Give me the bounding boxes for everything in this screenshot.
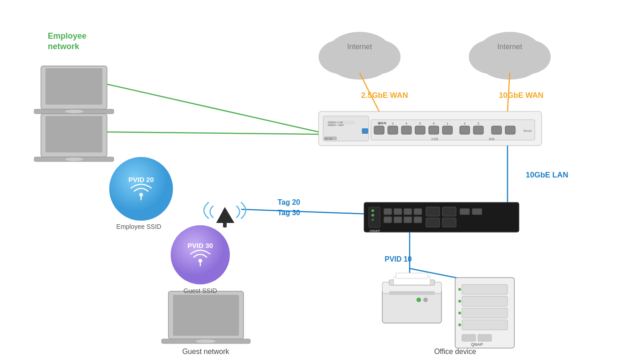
svg-rect-40 — [369, 207, 380, 228]
svg-rect-67 — [46, 116, 102, 152]
wan2-label: 10GbE WAN — [499, 91, 543, 100]
svg-rect-75 — [389, 291, 435, 295]
guest-ssid-label: Guest SSID — [183, 287, 217, 294]
employee-network-label: Employee — [48, 31, 86, 40]
svg-rect-16 — [374, 126, 384, 134]
svg-point-84 — [458, 288, 461, 291]
svg-point-43 — [371, 218, 374, 221]
svg-rect-21 — [442, 126, 452, 134]
employee-network-label2: network — [48, 42, 80, 51]
cloud-internet-2 — [469, 32, 551, 80]
svg-rect-39 — [362, 128, 368, 134]
svg-text:2: 2 — [464, 122, 466, 125]
svg-rect-82 — [462, 308, 507, 318]
lan-label: 10GbE LAN — [526, 171, 568, 179]
svg-text:6: 6 — [433, 122, 435, 125]
svg-rect-48 — [384, 217, 392, 223]
svg-rect-24 — [492, 126, 502, 134]
office-device-label: Office device — [434, 348, 476, 355]
employee-ssid-label: Employee SSID — [117, 223, 162, 230]
svg-rect-49 — [394, 217, 402, 223]
svg-text:DC IN: DC IN — [325, 137, 332, 140]
svg-rect-19 — [415, 126, 425, 134]
svg-rect-45 — [394, 208, 402, 215]
svg-rect-70 — [173, 295, 239, 336]
svg-point-78 — [416, 298, 421, 302]
svg-text:5: 5 — [419, 122, 421, 125]
svg-text:2.5G: 2.5G — [431, 137, 438, 141]
internet1-label: Internet — [347, 43, 372, 51]
svg-rect-46 — [404, 208, 412, 215]
svg-rect-17 — [388, 126, 398, 134]
svg-rect-50 — [404, 217, 412, 223]
pvid10-label: PVID 10 — [385, 255, 412, 263]
pvid30-text: PVID 30 — [188, 242, 213, 249]
svg-point-60 — [139, 193, 143, 197]
svg-rect-81 — [462, 296, 507, 306]
svg-text:2: 2 — [392, 122, 394, 125]
svg-text:3: 3 — [477, 122, 479, 125]
svg-text:1: 1 — [446, 122, 448, 125]
line-ap-switch — [241, 209, 364, 214]
svg-point-62 — [198, 259, 202, 263]
svg-rect-20 — [429, 126, 439, 134]
svg-rect-4 — [339, 61, 380, 73]
svg-rect-53 — [426, 218, 440, 227]
line-employee2-router — [107, 132, 319, 134]
svg-rect-54 — [442, 207, 456, 216]
cloud-internet-1 — [319, 32, 401, 80]
svg-rect-80 — [462, 284, 507, 294]
svg-rect-83 — [462, 320, 507, 330]
ap-body — [216, 207, 234, 223]
svg-text:10G: 10G — [488, 137, 494, 141]
svg-text:QNAP: QNAP — [370, 229, 381, 233]
svg-rect-25 — [505, 126, 515, 134]
svg-rect-18 — [401, 126, 411, 134]
svg-rect-56 — [460, 208, 470, 215]
guest-network-label: Guest network — [182, 348, 229, 355]
tag30-label: Tag 30 — [278, 209, 300, 217]
svg-rect-57 — [472, 208, 482, 215]
svg-rect-9 — [489, 61, 530, 73]
svg-rect-47 — [414, 208, 422, 215]
svg-point-41 — [371, 209, 374, 212]
svg-point-79 — [423, 298, 428, 302]
svg-text:Reset: Reset — [523, 129, 532, 132]
svg-point-87 — [458, 324, 461, 326]
network-diagram: GREEN = LAN AMBER = WAN WAN 1 2 4 5 6 1 … — [0, 0, 619, 364]
svg-rect-44 — [384, 208, 392, 215]
internet2-label: Internet — [497, 43, 523, 51]
svg-rect-77 — [396, 273, 428, 278]
svg-point-69 — [65, 157, 83, 161]
svg-text:4: 4 — [406, 122, 407, 125]
svg-text:1: 1 — [378, 122, 380, 125]
svg-point-66 — [65, 110, 83, 113]
wan1-label: 2.5GbE WAN — [361, 91, 408, 100]
svg-text:QNAP: QNAP — [471, 342, 483, 347]
svg-rect-89 — [478, 334, 492, 341]
svg-point-86 — [458, 312, 461, 314]
svg-point-72 — [196, 339, 216, 343]
pvid20-text: PVID 20 — [128, 176, 154, 183]
svg-point-85 — [458, 300, 461, 303]
svg-rect-64 — [46, 68, 102, 105]
svg-rect-23 — [473, 126, 483, 134]
svg-rect-52 — [426, 207, 440, 216]
tag20-label: Tag 20 — [278, 198, 300, 206]
svg-point-42 — [371, 214, 374, 217]
diagram-svg: GREEN = LAN AMBER = WAN WAN 1 2 4 5 6 1 … — [0, 0, 619, 364]
svg-rect-88 — [462, 334, 476, 341]
svg-rect-51 — [414, 217, 422, 223]
line-employee1-router — [107, 84, 319, 132]
svg-rect-55 — [442, 218, 456, 227]
svg-text:AMBER = WAN: AMBER = WAN — [328, 124, 344, 126]
svg-rect-22 — [460, 126, 470, 134]
